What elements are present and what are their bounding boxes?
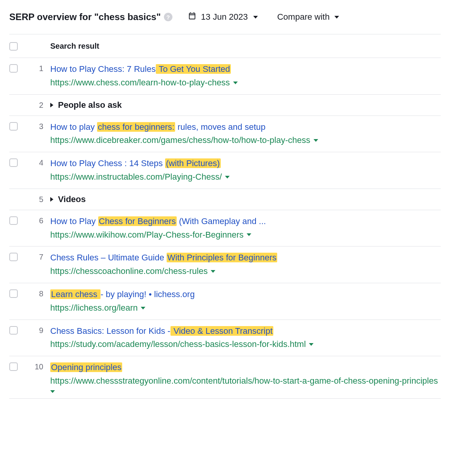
row-checkbox[interactable] [9, 362, 18, 371]
serp-feature-expander[interactable]: Videos [50, 194, 441, 204]
title-highlight: Opening principles [50, 362, 122, 372]
row-content: People also ask [50, 100, 441, 110]
result-title-link[interactable]: How to play chess for beginners: rules, … [50, 122, 266, 132]
table-row: 6How to Play Chess for Beginners (With G… [9, 210, 441, 247]
compare-selector[interactable]: Compare with [277, 12, 339, 22]
row-content: How to Play Chess : 14 Steps (with Pictu… [50, 158, 441, 183]
row-checkbox-cell [9, 216, 31, 241]
row-checkbox[interactable] [9, 326, 18, 335]
result-url[interactable]: https://www.dicebreaker.com/games/chess/… [50, 134, 310, 146]
title-text: Chess Basics: Lesson for Kids - [50, 326, 170, 336]
title-text: SERP overview for "chess basics" [9, 12, 161, 22]
chevron-down-icon[interactable] [247, 233, 251, 236]
title-text: - by playing! • lichess.org [101, 289, 195, 299]
table-row: 4How to Play Chess : 14 Steps (with Pict… [9, 152, 441, 189]
title-highlight: Video & Lesson Transcript [170, 326, 274, 336]
table-row: 10 Opening principles https://www.chesss… [9, 356, 441, 399]
result-url[interactable]: https://lichess.org/learn [50, 302, 138, 314]
row-checkbox[interactable] [9, 64, 18, 73]
title-text: rules, moves and setup [175, 122, 266, 132]
help-icon[interactable]: ? [164, 13, 172, 21]
row-checkbox-cell [9, 362, 31, 393]
result-title: Chess Basics: Lesson for Kids - Video & … [50, 325, 441, 337]
result-title: Opening principles [50, 362, 441, 374]
calendar-icon [188, 12, 196, 22]
serp-feature-label: People also ask [58, 100, 122, 110]
table-row: 9Chess Basics: Lesson for Kids - Video &… [9, 320, 441, 357]
row-checkbox-cell [9, 121, 31, 147]
result-title-link[interactable]: Chess Rules – Ultimate Guide With Princi… [50, 253, 277, 262]
result-url[interactable]: https://www.instructables.com/Playing-Ch… [50, 171, 222, 183]
chevron-down-icon[interactable] [211, 270, 215, 273]
title-text: Chess Rules – Ultimate Guide [50, 253, 167, 262]
row-content: How to play chess for beginners: rules, … [50, 121, 441, 147]
result-url-line: https://lichess.org/learn [50, 302, 441, 314]
row-checkbox[interactable] [9, 122, 18, 131]
serp-feature-label: Videos [58, 194, 86, 204]
result-title-link[interactable]: How to Play Chess for Beginners (With Ga… [50, 216, 266, 226]
result-url-line: https://chesscoachonline.com/chess-rules [50, 265, 441, 277]
row-rank: 3 [31, 121, 50, 147]
result-url-line: https://study.com/academy/lesson/chess-b… [50, 338, 441, 350]
row-checkbox[interactable] [9, 216, 18, 225]
result-url[interactable]: https://chesscoachonline.com/chess-rules [50, 265, 208, 277]
row-content: Opening principles https://www.chessstra… [50, 362, 441, 393]
result-title: Chess Rules – Ultimate Guide With Princi… [50, 252, 441, 264]
row-rank: 8 [31, 289, 50, 314]
chevron-right-icon [50, 103, 53, 107]
chevron-down-icon[interactable] [314, 139, 318, 142]
result-title: How to Play Chess : 14 Steps (with Pictu… [50, 158, 441, 170]
row-checkbox-cell [9, 158, 31, 183]
result-url-line: https://www.chessstrategyonline.com/cont… [50, 375, 441, 393]
title-highlight: With Principles for Beginners [167, 253, 277, 262]
table-row: 2People also ask [9, 95, 441, 116]
result-title: How to play chess for beginners: rules, … [50, 121, 441, 133]
row-content: How to Play Chess for Beginners (With Ga… [50, 216, 441, 241]
page-title: SERP overview for "chess basics" ? [9, 12, 172, 22]
result-url[interactable]: https://www.chess.com/learn-how-to-play-… [50, 77, 230, 89]
title-highlight: Chess for Beginners [98, 216, 177, 226]
chevron-down-icon[interactable] [225, 176, 230, 178]
row-rank: 7 [31, 252, 50, 277]
table-row: 7Chess Rules – Ultimate Guide With Princ… [9, 246, 441, 283]
row-content: Learn chess - by playing! • lichess.orgh… [50, 289, 441, 314]
title-highlight: Learn chess [50, 289, 101, 299]
result-title-link[interactable]: Chess Basics: Lesson for Kids - Video & … [50, 326, 273, 336]
result-title-link[interactable]: How to Play Chess : 14 Steps (with Pictu… [50, 158, 221, 168]
title-text: How to play [50, 122, 97, 132]
row-rank: 5 [31, 194, 50, 204]
row-checkbox-cell [9, 325, 31, 351]
result-title-link[interactable]: How to Play Chess: 7 Rules To Get You St… [50, 64, 231, 74]
result-url[interactable]: https://www.wikihow.com/Play-Chess-for-B… [50, 229, 244, 241]
result-title: How to Play Chess for Beginners (With Ga… [50, 216, 441, 228]
result-title-link[interactable]: Opening principles [50, 362, 122, 372]
result-url-line: https://www.instructables.com/Playing-Ch… [50, 171, 441, 183]
title-text: How to Play Chess: 7 Rules [50, 64, 156, 74]
select-all-checkbox[interactable] [9, 42, 18, 51]
title-highlight: To Get You Started [156, 64, 231, 74]
row-checkbox[interactable] [9, 289, 18, 298]
row-rank: 1 [31, 63, 50, 89]
row-content: How to Play Chess: 7 Rules To Get You St… [50, 63, 441, 89]
date-selector[interactable]: 13 Jun 2023 [188, 12, 258, 22]
chevron-down-icon[interactable] [309, 343, 314, 346]
serp-rows: 1How to Play Chess: 7 Rules To Get You S… [9, 58, 441, 399]
serp-feature-expander[interactable]: People also ask [50, 100, 441, 110]
search-result-header: Search result [50, 42, 99, 51]
result-title-link[interactable]: Learn chess - by playing! • lichess.org [50, 289, 195, 299]
chevron-down-icon[interactable] [50, 390, 55, 393]
result-url[interactable]: https://www.chessstrategyonline.com/cont… [50, 375, 438, 387]
chevron-down-icon[interactable] [233, 82, 238, 84]
result-url-line: https://www.chess.com/learn-how-to-play-… [50, 77, 441, 89]
chevron-down-icon[interactable] [141, 307, 145, 309]
result-url[interactable]: https://study.com/academy/lesson/chess-b… [50, 338, 306, 350]
row-checkbox-cell [9, 289, 31, 314]
chevron-right-icon [50, 197, 53, 202]
row-checkbox[interactable] [9, 158, 18, 167]
table-row: 5Videos [9, 189, 441, 210]
row-checkbox[interactable] [9, 253, 18, 261]
row-content: Chess Basics: Lesson for Kids - Video & … [50, 325, 441, 351]
chevron-down-icon [334, 16, 339, 19]
row-rank: 6 [31, 216, 50, 241]
row-rank: 10 [31, 362, 50, 393]
